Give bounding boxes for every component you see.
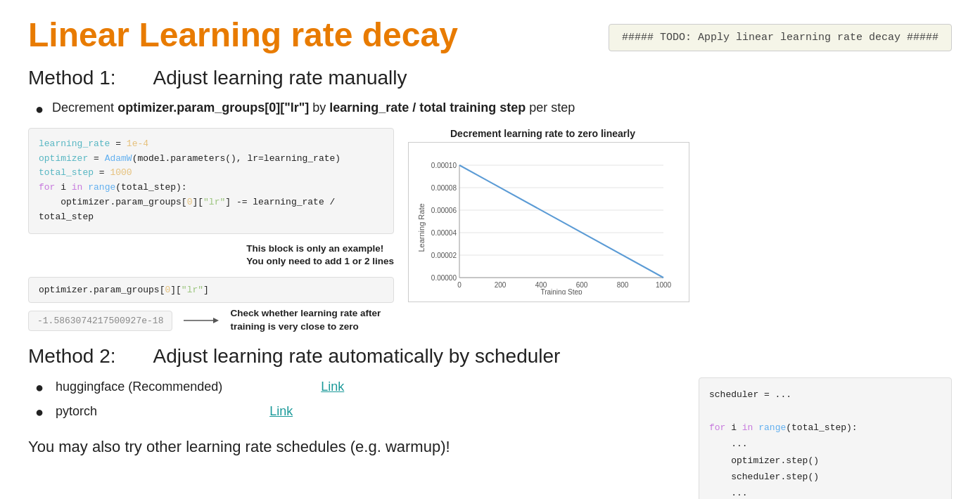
code-note: This block is only an example!You only n… bbox=[246, 242, 394, 269]
svg-line-24 bbox=[459, 165, 663, 278]
result-row: -1.5863074217500927e-18 Check whether le… bbox=[28, 307, 394, 334]
result-value: -1.5863074217500927e-18 bbox=[28, 311, 172, 331]
method2-heading-row: Method 2: Adjust learning rate automatic… bbox=[28, 345, 952, 368]
code-block-2: optimizer.param_groups[0]["lr"] bbox=[28, 277, 394, 303]
arrow-icon bbox=[184, 313, 219, 328]
chart-title: Decrement learning rate to zero linearly bbox=[450, 128, 635, 139]
method2-bullet-2: ● pytorch Link bbox=[35, 402, 685, 421]
chart-wrapper: Learning Rate 0.00010 0.00008 0.00006 0.… bbox=[408, 142, 689, 302]
scheduler-code: scheduler = ... for i in range(total_ste… bbox=[699, 377, 952, 499]
learning-rate-chart: Learning Rate 0.00010 0.00008 0.00006 0.… bbox=[417, 154, 677, 294]
method1-bullet-item: ● Decrement optimizer.param_groups[0]["l… bbox=[35, 99, 952, 118]
method1-bullet-text: Decrement optimizer.param_groups[0]["lr"… bbox=[52, 99, 575, 117]
code-note-row: This block is only an example!You only n… bbox=[28, 238, 394, 273]
svg-text:0.00002: 0.00002 bbox=[431, 252, 457, 259]
pytorch-label: pytorch bbox=[52, 403, 97, 420]
bullet-dot: ● bbox=[35, 100, 44, 118]
svg-text:200: 200 bbox=[495, 281, 507, 289]
svg-text:0.00008: 0.00008 bbox=[431, 184, 457, 192]
todo-box: ##### TODO: Apply linear learning rate d… bbox=[609, 24, 952, 51]
method2-left: ● huggingface (Recommended) Link ● pytor… bbox=[28, 377, 685, 456]
check-note: Check whether learning rate aftertrainin… bbox=[230, 307, 381, 334]
method1-heading: Method 1: Adjust learning rate manually bbox=[28, 67, 407, 89]
svg-text:Learning Rate: Learning Rate bbox=[417, 203, 426, 252]
svg-text:0.00006: 0.00006 bbox=[431, 207, 457, 214]
method1-bullets: ● Decrement optimizer.param_groups[0]["l… bbox=[35, 99, 952, 118]
method2-heading: Method 2: Adjust learning rate automatic… bbox=[28, 345, 560, 367]
warmup-text: You may also try other learning rate sch… bbox=[28, 438, 685, 456]
code-chart-row: learning_rate = 1e-4 optimizer = AdamW(m… bbox=[28, 128, 952, 334]
hf-link[interactable]: Link bbox=[321, 380, 344, 394]
svg-text:0: 0 bbox=[457, 281, 462, 289]
chart-section: Decrement learning rate to zero linearly… bbox=[408, 128, 952, 302]
svg-text:1000: 1000 bbox=[656, 281, 672, 289]
svg-text:Training Step: Training Step bbox=[540, 288, 583, 294]
svg-text:800: 800 bbox=[617, 281, 629, 289]
method1-heading-row: Method 1: Adjust learning rate manually bbox=[28, 67, 952, 89]
pytorch-link[interactable]: Link bbox=[269, 404, 293, 419]
method2-row: ● huggingface (Recommended) Link ● pytor… bbox=[28, 377, 952, 499]
svg-text:0.00004: 0.00004 bbox=[431, 229, 457, 237]
code-block-1: learning_rate = 1e-4 optimizer = AdamW(m… bbox=[28, 128, 394, 234]
bullet-dot-1: ● bbox=[35, 378, 44, 396]
header-row: Linear Learning rate decay ##### TODO: A… bbox=[28, 17, 952, 54]
code-section: learning_rate = 1e-4 optimizer = AdamW(m… bbox=[28, 128, 394, 334]
bullet-dot-2: ● bbox=[35, 403, 44, 421]
svg-text:0.00010: 0.00010 bbox=[431, 162, 457, 169]
svg-marker-1 bbox=[213, 318, 219, 323]
hf-label: huggingface (Recommended) bbox=[52, 378, 222, 396]
method2-bullets: ● huggingface (Recommended) Link ● pytor… bbox=[35, 377, 685, 421]
method2-right: scheduler = ... for i in range(total_ste… bbox=[699, 377, 952, 499]
svg-text:0.00000: 0.00000 bbox=[431, 274, 457, 282]
page-title: Linear Learning rate decay bbox=[28, 17, 458, 54]
method2-bullet-1: ● huggingface (Recommended) Link bbox=[35, 377, 685, 396]
